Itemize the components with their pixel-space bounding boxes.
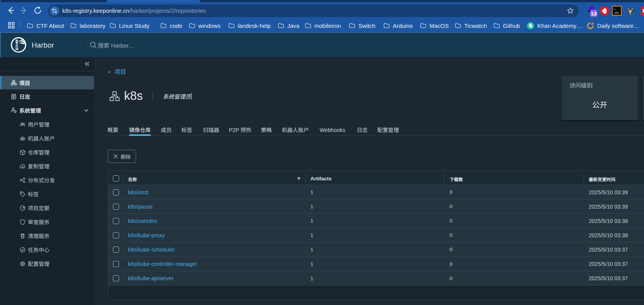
svg-text:>_: >_ [613, 7, 617, 11]
svg-text:13: 13 [591, 11, 597, 17]
svg-text:e: e [629, 9, 632, 14]
svg-text:SSH: SSH [615, 12, 619, 14]
